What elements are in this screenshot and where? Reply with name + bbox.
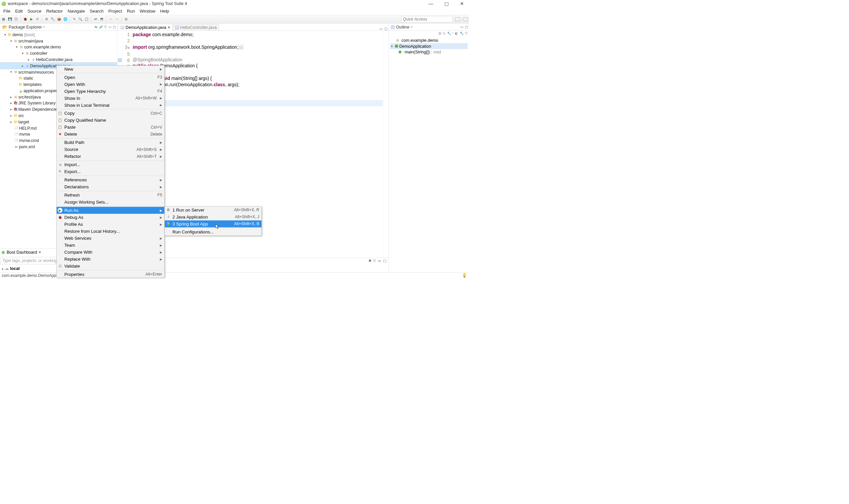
menu-item-references[interactable]: References▶ (57, 176, 164, 183)
remove-icon[interactable]: ✖ (368, 259, 372, 263)
menu-navigate[interactable]: Navigate (65, 8, 87, 15)
menu-item-2-java-application[interactable]: J2 Java ApplicationAlt+Shift+X, J (165, 214, 262, 220)
menu-item-open-type-hierarchy[interactable]: Open Type HierarchyF4 (57, 88, 164, 95)
menu-item-delete[interactable]: ✖DeleteDelete (57, 131, 164, 138)
menu-item-run-configurations-[interactable]: Run Configurations... (165, 229, 262, 236)
hide-icon[interactable]: 🔧 (447, 32, 451, 35)
tool-icon[interactable]: 📦 (56, 17, 61, 21)
menu-item-validate[interactable]: ☑Validate (57, 263, 164, 270)
view-menu-icon[interactable]: ▽ (373, 259, 376, 263)
menu-item-show-in[interactable]: Show InAlt+Shift+W▶ (57, 95, 164, 102)
view-menu-icon[interactable]: ▽ (465, 32, 468, 35)
maximize-button[interactable]: ▢ (445, 1, 449, 6)
save-all-icon[interactable]: ⿻ (14, 17, 19, 21)
menu-item-source[interactable]: SourceAlt+Shift+S▶ (57, 146, 164, 153)
menu-item-compare-with[interactable]: Compare With▶ (57, 249, 164, 256)
menu-search[interactable]: Search (88, 8, 106, 15)
save-icon[interactable]: 💾 (7, 17, 12, 21)
folder-icon: 📁 (14, 114, 18, 118)
perspective-icon[interactable]: ⊞ (123, 17, 128, 21)
close-icon[interactable]: × (168, 25, 170, 30)
menu-item-refresh[interactable]: RefreshF5 (57, 192, 164, 199)
maximize-icon[interactable]: ▢ (383, 259, 386, 263)
minimize-button[interactable]: — (429, 1, 433, 6)
overview-ruler[interactable] (383, 31, 389, 258)
debug-icon[interactable]: 🐞 (22, 17, 28, 21)
tip-icon[interactable]: 💡 (462, 273, 467, 278)
close-button[interactable]: ✕ (460, 1, 464, 6)
tool-icon[interactable]: 🔧 (50, 17, 55, 21)
editor-tab-demoapplication[interactable]: J DemoApplication.java × (119, 24, 173, 31)
menu-item-debug-as[interactable]: 🐞Debug As▶ (57, 214, 164, 221)
menu-item-declarations[interactable]: Declarations▶ (57, 183, 164, 190)
filter-icon[interactable]: ᵃz (442, 32, 446, 35)
tool-icon[interactable]: ⬒ (99, 17, 104, 21)
menu-item-team[interactable]: Team▶ (57, 242, 164, 249)
hide-icon[interactable]: 🔧 (460, 32, 464, 35)
collapse-icon[interactable]: ⇆ (94, 25, 97, 29)
menu-item-profile-as[interactable]: Profile As▶ (57, 221, 164, 228)
menu-item-refactor[interactable]: RefactorAlt+Shift+T▶ (57, 153, 164, 160)
menu-item-assign-working-sets-[interactable]: Assign Working Sets... (57, 199, 164, 205)
run-icon[interactable]: ▶ (29, 17, 34, 21)
menu-item-restore-from-local-history-[interactable]: Restore from Local History... (57, 228, 164, 235)
sort-icon[interactable]: ⊟ (438, 32, 441, 35)
menu-item-show-in-local-terminal[interactable]: Show in Local Terminal▶ (57, 102, 164, 109)
menu-item-copy-qualified-name[interactable]: 📋Copy Qualified Name (57, 117, 164, 124)
close-icon[interactable]: × (411, 25, 413, 29)
menu-item-build-path[interactable]: Build Path▶ (57, 139, 164, 146)
menu-window[interactable]: Window (138, 8, 158, 15)
close-icon[interactable]: × (38, 250, 41, 255)
menu-item-1-run-on-server[interactable]: 🖥1 Run on ServerAlt+Shift+X, R (165, 206, 262, 214)
menu-item-export-[interactable]: ⇱Export... (57, 168, 164, 175)
perspective-java-icon[interactable] (455, 17, 460, 21)
hide-icon[interactable]: ◐ (455, 32, 458, 35)
menu-run[interactable]: Run (125, 8, 137, 15)
view-menu-icon[interactable]: ▽ (104, 25, 107, 29)
menu-item-3-spring-boot-app[interactable]: 🍃3 Spring Boot AppAlt+Shift+X, B (165, 220, 262, 228)
tool-icon[interactable]: 📋 (84, 17, 89, 21)
link-icon[interactable]: 🔗 (99, 25, 103, 29)
menu-source[interactable]: Source (25, 8, 43, 15)
nav-fwd-icon[interactable]: ⇨ (114, 17, 120, 21)
new-icon[interactable]: ▦ (1, 17, 6, 21)
maximize-icon[interactable]: ▢ (465, 25, 468, 29)
menu-help[interactable]: Help (158, 8, 171, 15)
menu-item-web-services[interactable]: Web Services▶ (57, 235, 164, 242)
menu-item-properties[interactable]: PropertiesAlt+Enter (57, 271, 164, 278)
minimize-icon[interactable]: ▭ (379, 26, 382, 31)
menu-item-new[interactable]: New▶ (57, 66, 164, 73)
tool-icon[interactable]: ⚙ (44, 17, 49, 21)
menu-item-copy[interactable]: 📋CopyCtrl+C (57, 110, 164, 117)
outline-class[interactable]: ▾DemoApplication (390, 43, 468, 49)
perspective-debug-icon[interactable] (463, 17, 468, 21)
menu-item-open[interactable]: OpenF3 (57, 74, 164, 81)
tool-icon[interactable]: ✎ (72, 17, 77, 21)
method-icon (399, 50, 402, 53)
maximize-icon[interactable]: ▢ (384, 26, 387, 31)
minimize-icon[interactable]: ▭ (460, 25, 463, 29)
tool-icon[interactable]: ⇄ (93, 17, 98, 21)
menu-item-paste[interactable]: 📋PasteCtrl+V (57, 124, 164, 131)
quick-access-input[interactable] (401, 16, 453, 22)
run-last-icon[interactable]: ⟳ (35, 17, 40, 21)
menu-file[interactable]: File (1, 8, 13, 15)
menu-project[interactable]: Project (106, 8, 124, 15)
menu-refactor[interactable]: Refactor (44, 8, 65, 15)
close-icon[interactable]: × (43, 25, 45, 29)
outline-tree[interactable]: ⊞com.example.demo ▾DemoApplication ˢmain… (389, 36, 469, 56)
minimize-icon[interactable]: ▭ (108, 25, 111, 29)
menu-item-open-with[interactable]: Open With▶ (57, 81, 164, 88)
maximize-icon[interactable]: ▢ (113, 25, 116, 29)
minimize-icon[interactable]: ▭ (378, 259, 381, 263)
nav-back-icon[interactable]: ⇦ (108, 17, 113, 21)
menu-item-run-as[interactable]: ▶Run As▶ (57, 207, 164, 214)
right-panel: ◫ Outline × ▭ ▢ ⊟ ᵃz 🔧 ˢ ◐ 🔧 ▽ ⊞com.exam… (389, 23, 469, 272)
editor-tab-hellocontroller[interactable]: J HelloController.java (173, 24, 219, 31)
tool-icon[interactable]: 🔍 (78, 17, 83, 21)
menu-edit[interactable]: Edit (13, 8, 25, 15)
menu-item-import-[interactable]: ⇲Import... (57, 161, 164, 168)
menu-item-replace-with[interactable]: Replace With▶ (57, 256, 164, 263)
tool-icon[interactable]: 🌐 (63, 17, 68, 21)
hide-icon[interactable]: ˢ (452, 32, 454, 35)
